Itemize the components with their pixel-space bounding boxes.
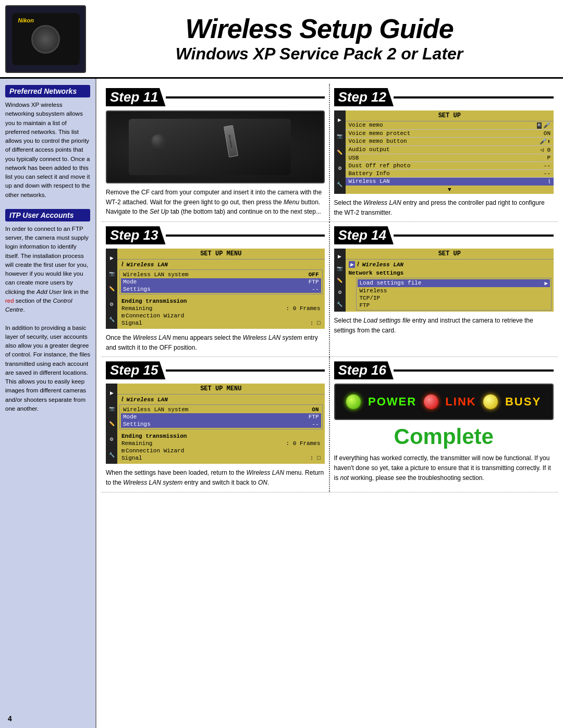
step11-line: [166, 96, 325, 98]
complete-text: Complete: [334, 424, 554, 449]
link-word: LINK: [445, 395, 476, 409]
power-word: POWER: [368, 395, 417, 409]
add-user-link: Add User: [36, 289, 62, 295]
camera-image: Nikon: [5, 5, 86, 73]
ftp-accounts-title: ITP User Accounts: [5, 209, 90, 221]
step16-header: Step 16: [334, 361, 554, 379]
menu-item-audio: Audio output: [349, 146, 390, 153]
preferred-networks-title: Preferred Networks: [5, 85, 90, 97]
menu-item-usb: USB: [349, 155, 359, 161]
busy-light-group: [483, 394, 498, 409]
sidebar-section-ftp-accounts: ITP User Accounts In order to connect to…: [5, 209, 90, 413]
step14-label: Step 14: [334, 226, 394, 244]
menu-item-dust: Dust Off ref photo: [349, 163, 411, 169]
main-title: Wireless Setup Guide: [91, 14, 547, 44]
content-area: Step 11 Microdrive Remove the CF card fr…: [96, 79, 563, 728]
ftp-accounts-text: In order to connect to an FTP server, th…: [5, 225, 90, 413]
step15-menu: ▶ 📷 ✏️ ⚙ 🔧 SET UP MENU ⌇ Wireless LAN W: [106, 384, 325, 464]
step16-line: [394, 369, 554, 372]
step12-menu-screen: ▶ 📷 ✏️ ⚙ 🔧 SET UP Voice memo M🎤: [334, 110, 554, 194]
header-titles: Wireless Setup Guide Windows XP Service …: [86, 14, 553, 64]
ftp-text1: In order to connect to an FTP server, th…: [5, 226, 89, 295]
step12-line: [394, 96, 554, 98]
step11-cell: Step 11 Microdrive Remove the CF card fr…: [102, 84, 330, 222]
step14-menu: ▶ 📷 ✏️ ⚙ 🔧 SET UP ▶ ⌇ Wireless LAN: [334, 249, 554, 312]
power-light-circle: [346, 394, 361, 409]
step16-description: If everything has worked correctly, the …: [334, 453, 554, 483]
ftp-text3: section of the: [14, 298, 53, 304]
menu-item-battery: Battery Info: [349, 170, 390, 177]
sub-title: Windows XP Service Pack 2 or Later: [91, 44, 547, 64]
step14-description: Select the Load settings file entry and …: [334, 316, 554, 335]
step11-label: Step 11: [106, 88, 166, 106]
step12-label: Step 12: [334, 88, 394, 106]
step12-description: Select the Wireless LAN entry and press …: [334, 198, 554, 217]
step12-cell: Step 12 ▶ 📷 ✏️ ⚙ 🔧 SET UP: [330, 84, 558, 222]
step11-header: Step 11: [106, 88, 325, 106]
camera-brand-label: Nikon: [18, 17, 34, 23]
sidebar-section-preferred-networks: Preferred Networks Windows XP wireless n…: [5, 85, 90, 200]
step13-menu: ▶ 📷 ✏️ ⚙ 🔧 SET UP MENU ⌇ Wireless LAN W: [106, 249, 325, 329]
step13-line: [166, 235, 325, 237]
power-light-group: [346, 394, 361, 409]
step14-line: [394, 235, 554, 237]
step13-label: Step 13: [106, 226, 166, 244]
step12-header: Step 12: [334, 88, 554, 106]
busy-label: BUSY: [505, 395, 541, 408]
preferred-networks-text: Windows XP wireless networking subsystem…: [5, 101, 90, 200]
step16-label: Step 16: [334, 361, 394, 379]
step13-description: Once the Wireless LAN menu appears selec…: [106, 333, 325, 352]
step15-description: When the settings have been loaded, retu…: [106, 468, 325, 487]
step15-cell: Step 15 ▶ 📷 ✏️ ⚙ 🔧 SET UP MENU: [102, 357, 330, 492]
ftp-text2: link in the: [62, 289, 89, 295]
step11-photo: Microdrive: [106, 110, 325, 183]
step15-header: Step 15: [106, 361, 325, 379]
step15-line: [166, 369, 325, 372]
power-word-power: POWER: [368, 395, 417, 409]
power-panel: POWER LINK BUSY: [334, 384, 554, 420]
camera-lens: [31, 25, 60, 54]
step14-cell: Step 14 ▶ 📷 ✏️ ⚙ 🔧 SET UP: [330, 222, 558, 357]
menu-item-wireless-lan: Wireless LAN: [349, 178, 390, 185]
sidebar: Preferred Networks Windows XP wireless n…: [0, 79, 96, 728]
ftp-text5: In addition to providing a basic layer o…: [5, 325, 90, 412]
step13-cell: Step 13 ▶ 📷 ✏️ ⚙ 🔧 SET UP MENU: [102, 222, 330, 357]
page-number: 4: [8, 714, 12, 723]
step13-header: Step 13: [106, 226, 325, 244]
busy-light-circle: [483, 394, 498, 409]
step16-cell: Step 16 POWER: [330, 357, 558, 492]
ftp-text4: .: [23, 306, 25, 313]
menu-item-voice-button: Voice memo button: [349, 138, 407, 145]
step11-description: Remove the CF card from your computer an…: [106, 188, 325, 217]
ftp-red-text: red: [5, 298, 14, 304]
step15-label: Step 15: [106, 361, 166, 379]
menu-item-voice-protect: Voice memo protect: [349, 130, 411, 137]
link-label: LINK: [445, 395, 476, 408]
page-header: Nikon Wireless Setup Guide Windows XP Se…: [0, 0, 563, 79]
menu-item-voice-memo: Voice memo: [349, 122, 383, 129]
link-light-group: [424, 394, 438, 409]
busy-word: BUSY: [505, 395, 541, 409]
step14-header: Step 14: [334, 226, 554, 244]
link-light-circle: [424, 394, 438, 409]
